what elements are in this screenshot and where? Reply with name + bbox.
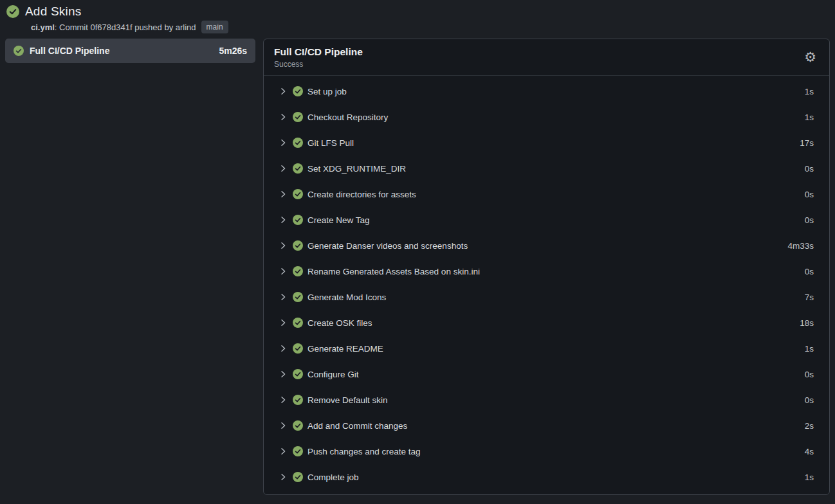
run-title: Add Skins xyxy=(25,4,81,19)
branch-badge[interactable]: main xyxy=(201,21,228,33)
step-success-icon xyxy=(293,318,303,328)
step-label: Create OSK files xyxy=(307,318,800,328)
workflow-file-link[interactable]: ci.yml xyxy=(31,22,55,32)
step-duration: 1s xyxy=(805,113,814,122)
step-label: Checkout Repository xyxy=(307,113,805,122)
chevron-right-icon xyxy=(279,216,287,224)
step-success-icon xyxy=(293,420,303,431)
step-row[interactable]: Generate Danser videos and screenshots 4… xyxy=(264,233,829,258)
step-success-icon xyxy=(293,472,303,482)
step-label: Complete job xyxy=(307,473,805,482)
step-success-icon xyxy=(293,395,303,405)
step-success-icon xyxy=(293,343,303,354)
chevron-right-icon xyxy=(279,190,287,198)
step-label: Set XDG_RUNTIME_DIR xyxy=(307,164,805,174)
step-row[interactable]: Configure Git 0s xyxy=(264,361,829,387)
chevron-right-icon xyxy=(279,293,287,301)
panel-status-text: Success xyxy=(274,60,363,69)
run-header: Add Skins ci.yml: Commit 0f678d341f push… xyxy=(0,0,835,39)
step-row[interactable]: Set up job 1s xyxy=(264,78,829,104)
step-row[interactable]: Git LFS Pull 17s xyxy=(264,130,829,156)
step-success-icon xyxy=(293,163,303,174)
run-content: Full CI/CD Pipeline 5m26s Full CI/CD Pip… xyxy=(0,39,835,495)
job-item-full-pipeline[interactable]: Full CI/CD Pipeline 5m26s xyxy=(5,39,255,63)
step-label: Create New Tag xyxy=(307,215,805,225)
step-duration: 0s xyxy=(805,164,814,174)
chevron-right-icon xyxy=(279,113,287,121)
run-subtitle: ci.yml: Commit 0f678d341f pushed by arli… xyxy=(31,21,829,33)
step-success-icon xyxy=(293,292,303,302)
panel-header-text: Full CI/CD Pipeline Success xyxy=(274,46,363,69)
step-row[interactable]: Push changes and create tag 4s xyxy=(264,438,829,464)
step-row[interactable]: Set XDG_RUNTIME_DIR 0s xyxy=(264,156,829,181)
step-success-icon xyxy=(293,215,303,225)
step-row[interactable]: Generate Mod Icons 7s xyxy=(264,284,829,310)
step-duration: 1s xyxy=(805,344,814,354)
chevron-right-icon xyxy=(279,139,287,147)
step-duration: 0s xyxy=(805,267,814,276)
chevron-right-icon xyxy=(279,447,287,455)
step-label: Generate README xyxy=(307,344,805,354)
job-duration: 5m26s xyxy=(219,46,247,56)
step-success-icon xyxy=(293,112,303,122)
step-row[interactable]: Complete job 1s xyxy=(264,464,829,490)
step-duration: 17s xyxy=(800,138,814,148)
chevron-right-icon xyxy=(279,396,287,404)
run-header-top: Add Skins xyxy=(6,4,829,19)
step-success-icon xyxy=(293,189,303,199)
step-duration: 7s xyxy=(805,292,814,302)
chevron-right-icon xyxy=(279,345,287,352)
step-row[interactable]: Create New Tag 0s xyxy=(264,207,829,233)
actions-run-page: Add Skins ci.yml: Commit 0f678d341f push… xyxy=(0,0,835,495)
chevron-right-icon xyxy=(279,267,287,275)
gear-icon[interactable]: ⚙ xyxy=(802,51,819,64)
step-duration: 4m33s xyxy=(787,241,814,251)
step-duration: 0s xyxy=(805,215,814,225)
steps-list: Set up job 1s Checkout Repository 1s xyxy=(264,76,829,494)
panel-header: Full CI/CD Pipeline Success ⚙ xyxy=(264,39,829,75)
commit-text: : Commit 0f678d341f pushed by arlind xyxy=(55,22,196,32)
step-row[interactable]: Generate README 1s xyxy=(264,336,829,361)
job-detail-panel: Full CI/CD Pipeline Success ⚙ Set up job… xyxy=(263,39,830,495)
step-duration: 18s xyxy=(800,318,814,328)
job-success-icon xyxy=(14,46,24,56)
step-success-icon xyxy=(293,446,303,456)
chevron-right-icon xyxy=(279,473,287,481)
commit-summary: ci.yml: Commit 0f678d341f pushed by arli… xyxy=(31,22,196,32)
step-label: Configure Git xyxy=(307,370,805,379)
step-duration: 0s xyxy=(805,370,814,379)
chevron-right-icon xyxy=(279,422,287,429)
chevron-right-icon xyxy=(279,370,287,378)
step-row[interactable]: Remove Default skin 0s xyxy=(264,387,829,413)
chevron-right-icon xyxy=(279,165,287,172)
step-label: Set up job xyxy=(307,87,805,96)
step-row[interactable]: Create directories for assets 0s xyxy=(264,181,829,207)
chevron-right-icon xyxy=(279,319,287,327)
step-duration: 0s xyxy=(805,190,814,199)
job-name: Full CI/CD Pipeline xyxy=(30,46,213,56)
jobs-sidebar: Full CI/CD Pipeline 5m26s xyxy=(5,39,255,63)
step-duration: 1s xyxy=(805,473,814,482)
step-label: Git LFS Pull xyxy=(307,138,800,148)
step-success-icon xyxy=(293,266,303,276)
step-success-icon xyxy=(293,240,303,251)
step-duration: 4s xyxy=(805,447,814,456)
run-success-icon xyxy=(6,5,19,18)
step-duration: 1s xyxy=(805,87,814,96)
chevron-right-icon xyxy=(279,87,287,95)
step-row[interactable]: Rename Generated Assets Based on skin.in… xyxy=(264,258,829,284)
step-success-icon xyxy=(293,86,303,96)
step-label: Add and Commit changes xyxy=(307,421,805,431)
step-label: Rename Generated Assets Based on skin.in… xyxy=(307,267,805,276)
step-duration: 2s xyxy=(805,421,814,431)
step-success-icon xyxy=(293,369,303,379)
step-duration: 0s xyxy=(805,395,814,405)
step-label: Generate Danser videos and screenshots xyxy=(307,241,787,251)
step-label: Create directories for assets xyxy=(307,190,805,199)
step-label: Push changes and create tag xyxy=(307,447,805,456)
step-success-icon xyxy=(293,138,303,148)
step-row[interactable]: Create OSK files 18s xyxy=(264,310,829,336)
chevron-right-icon xyxy=(279,242,287,249)
step-row[interactable]: Add and Commit changes 2s xyxy=(264,413,829,438)
step-row[interactable]: Checkout Repository 1s xyxy=(264,104,829,130)
